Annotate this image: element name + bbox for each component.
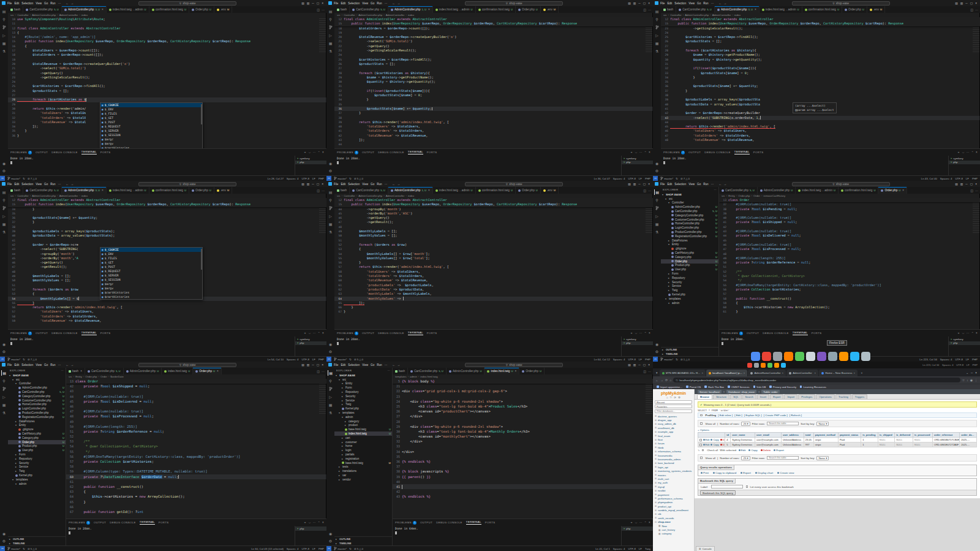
forward-icon[interactable]: → [723, 182, 726, 186]
row-checkbox[interactable] [699, 439, 702, 441]
editor-tab[interactable]: AdminController.phpU [758, 187, 796, 194]
terminal-shell-item[interactable]: »php [295, 341, 326, 346]
sync-icon[interactable]: ↻ [23, 177, 25, 180]
status-item[interactable]: PHP [645, 358, 650, 361]
more-actions-icon[interactable]: ⋯ [322, 370, 325, 373]
qro-action[interactable]: Display chart [755, 471, 773, 474]
autocomplete-item[interactable]: ▣$argv [100, 286, 202, 291]
run-debug-icon[interactable]: ▷ [328, 32, 334, 38]
autocomplete-item[interactable]: ▣$argc [100, 282, 202, 286]
breadcrumb-item[interactable]: Entity [728, 194, 735, 197]
menu-item[interactable]: File [660, 183, 665, 186]
tab-close-icon[interactable]: × [102, 189, 104, 192]
testing-icon[interactable]: ⚗ [1, 48, 7, 54]
breadcrumb-item[interactable]: AdminController [59, 194, 78, 197]
autocomplete-item[interactable]: ▣$_SESSION [100, 133, 202, 137]
options-toggle[interactable]: + Options [698, 428, 977, 431]
terminal-shell-item[interactable]: »php [949, 161, 980, 165]
menu-item[interactable]: ⋯ [711, 183, 714, 186]
menu-item[interactable]: Go [371, 2, 374, 5]
editor-tab[interactable]: Order.phpU [189, 187, 214, 194]
maximize-icon[interactable]: ▢ [317, 183, 320, 186]
account-icon[interactable]: ◉ [328, 161, 334, 166]
tree-item[interactable]: RegistrationController.phpU [8, 415, 66, 419]
home-icon[interactable]: ⌂ [666, 396, 668, 399]
tree-item[interactable]: ▸Service [334, 398, 392, 403]
more-actions-icon[interactable]: ⋯ [388, 369, 391, 372]
tree-item[interactable]: User.phpU [661, 267, 718, 272]
forward-icon[interactable]: → [397, 363, 400, 367]
tree-item[interactable]: Kernel.php [334, 406, 392, 411]
row-action-edit[interactable]: Edit [703, 443, 710, 446]
tree-item[interactable]: ▸partials [334, 452, 392, 457]
status-item[interactable]: LF [312, 547, 315, 550]
sync-icon[interactable]: ↻ [349, 358, 352, 361]
close-icon[interactable]: × [322, 2, 323, 5]
tree-item[interactable]: ▸customer [334, 440, 392, 444]
editor-tab[interactable]: index.html.twig …adminU [433, 6, 476, 13]
terminal-split-icon[interactable]: ⌵ [635, 151, 638, 154]
more-actions-icon[interactable]: ⋯ [714, 188, 717, 191]
breadcrumb-item[interactable]: Controller [17, 13, 29, 17]
autocomplete-item[interactable]: ▣$_REQUEST [100, 124, 202, 129]
problems-indicator[interactable]: ⊘5△0 [354, 358, 363, 361]
split-editor-icon[interactable]: ◫ [317, 370, 320, 373]
tree-item[interactable]: ▸Twig [8, 469, 66, 473]
terminal-new-icon[interactable]: ＋ [304, 332, 307, 335]
editor-tab[interactable]: CartController.php5, U [23, 6, 62, 13]
search-box[interactable]: ⚲shop-ease [465, 182, 563, 186]
breadcrumb-item[interactable]: index.html.twig [420, 375, 437, 378]
dock-app-vlc-icon[interactable] [761, 363, 766, 368]
editor-tab[interactable]: bash [393, 368, 408, 374]
settings-gear-icon[interactable]: ⚙ [654, 349, 660, 354]
split-editor-icon[interactable]: ◫ [643, 8, 646, 12]
tree-item[interactable]: CartController.php5, U [8, 390, 66, 394]
tab-close-icon[interactable]: × [428, 189, 430, 192]
autocomplete-item[interactable]: ▣$argv [100, 142, 202, 146]
back-icon[interactable]: ← [718, 182, 722, 186]
sidebar-section[interactable]: ▸TIMELINE [661, 352, 718, 356]
sidebar-section[interactable]: ▸TIMELINE [8, 541, 66, 545]
menu-item[interactable]: File [7, 2, 12, 5]
explorer-icon[interactable]: ▤ [1, 189, 7, 195]
autocomplete-item[interactable]: ▣$argc [100, 137, 202, 142]
panel-tab[interactable]: PROBLEMS7 [10, 151, 32, 154]
menu-item[interactable]: Go [44, 183, 48, 186]
layout-panel-icon[interactable]: ▤ [955, 183, 958, 186]
sort-select[interactable]: None ▾ [816, 422, 829, 426]
database-item[interactable]: ⊞sandela_mysql_enrollment [655, 508, 694, 512]
layout-sidebar-icon[interactable]: ▥ [307, 363, 310, 367]
menu-item[interactable]: View [36, 183, 42, 186]
minimize-icon[interactable]: ─ [638, 183, 640, 186]
status-item[interactable]: PHP [972, 177, 978, 180]
explorer-icon[interactable]: ▤ [328, 189, 334, 195]
tree-item[interactable]: ▸registration [334, 457, 392, 461]
tree-item[interactable]: ▸DataFixtures [661, 238, 718, 243]
status-item[interactable]: UTF-8 [301, 358, 309, 361]
tab-list-icon[interactable]: ⌄ [966, 371, 968, 374]
tree-item[interactable]: base.html.twigU [334, 427, 392, 431]
editor-tab[interactable]: index.html.twigU× [484, 368, 519, 374]
editor-tab[interactable]: bash [8, 187, 23, 194]
breadcrumb-item[interactable]: index [408, 13, 414, 17]
tab-close-icon[interactable]: × [514, 370, 516, 373]
terminal-shell-item[interactable]: »php [622, 526, 653, 531]
site-info-icon[interactable]: ⓘ [676, 379, 678, 382]
bookmark-item[interactable]: Import appointme… [657, 386, 682, 389]
tree-item[interactable]: ▸Service [8, 465, 66, 469]
sidebar-section[interactable]: ▸TIMELINE [334, 541, 392, 545]
sync-icon[interactable]: ↻ [349, 177, 352, 180]
menu-item[interactable]: Run [377, 183, 382, 186]
menu-item[interactable]: Selection [21, 2, 33, 5]
explorer-icon[interactable]: ▤ [328, 370, 334, 376]
rows-select[interactable]: 25 ▾ [741, 422, 750, 426]
menu-item[interactable]: Edit [667, 2, 672, 5]
breadcrumb-item[interactable]: Controller [344, 194, 355, 197]
panel-tab[interactable]: OUTPUT [36, 151, 48, 154]
editor-tab[interactable]: AdminController.php3, U× [62, 6, 107, 13]
tree-item[interactable]: ▸Security [8, 461, 66, 465]
more-actions-icon[interactable]: ⋯ [975, 189, 978, 192]
menu-item[interactable]: Run [703, 2, 708, 5]
breadcrumb-item[interactable]: Entity [75, 375, 82, 378]
tree-item[interactable]: ProductController.phpU [8, 411, 66, 415]
